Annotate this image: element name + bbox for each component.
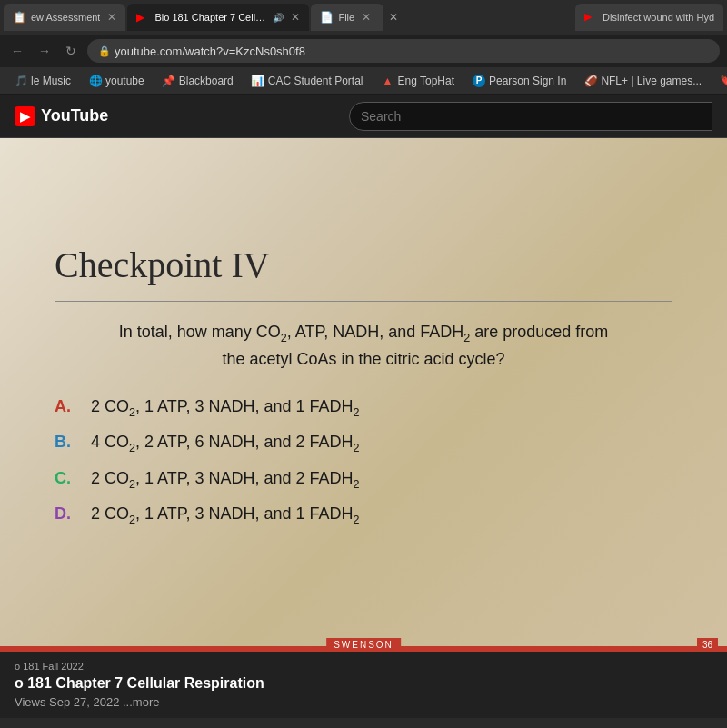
bookmark-enghat-label: Eng TopHat (397, 75, 454, 87)
bookmark-music-label: le Music (31, 75, 71, 87)
bookmark-cac-label: CAC Student Portal (268, 75, 364, 87)
enghat-icon: ▲ (381, 75, 393, 87)
option-a-text: 2 CO2, 1 ATP, 3 NADH, and 1 FADH2 (82, 397, 360, 419)
tab-assessment[interactable]: 📋 ew Assessment ✕ (4, 4, 125, 31)
youtube-search-bar (349, 102, 712, 131)
option-c: C. 2 CO2, 1 ATP, 3 NADH, and 2 FADH2 (55, 469, 672, 491)
browser-chrome: 📋 ew Assessment ✕ ▶ Bio 181 Chapter 7 Ce… (0, 0, 727, 95)
address-bar: ← → ↻ 🔒 youtube.com/watch?v=KzcNs0sh0f8 (0, 35, 727, 67)
blackboard-icon: 📌 (163, 75, 175, 87)
bookmark-nfl-label: NFL+ | Live games... (601, 75, 702, 87)
option-d: D. 2 CO2, 1 ATP, 3 NADH, and 1 FADH2 (55, 504, 672, 526)
tab-assessment-title: ew Assessment (31, 12, 100, 23)
bookmarks-bar: 🎵 le Music 🌐 youtube 📌 Blackboard 📊 CAC … (0, 67, 727, 95)
nfl-icon: 🏈 (584, 75, 597, 87)
bookmark-nfl[interactable]: 🏈 NFL+ | Live games... (577, 72, 709, 90)
tab-bio[interactable]: ▶ Bio 181 Chapter 7 Cellular R 🔊 ✕ (127, 4, 309, 31)
bookmark-cac[interactable]: 📊 CAC Student Portal (244, 72, 371, 90)
tab-bar: 📋 ew Assessment ✕ ▶ Bio 181 Chapter 7 Ce… (0, 0, 727, 35)
back-button[interactable]: ← (7, 42, 27, 60)
checkpoint-divider (55, 301, 672, 302)
tab-bio-close[interactable]: ✕ (291, 11, 300, 24)
video-title: o 181 Chapter 7 Cellular Respiration (15, 675, 712, 692)
slide-bottom-bar: SWENSON 36 (0, 646, 727, 652)
youtube-header: ▶ YouTube (0, 95, 727, 138)
checkpoint-title: Checkpoint IV (55, 244, 672, 286)
search-input[interactable] (349, 102, 712, 131)
option-b-text: 4 CO2, 2 ATP, 6 NADH, and 2 FADH2 (82, 433, 360, 454)
youtube-logo-icon: ▶ (15, 106, 35, 126)
lock-icon: 🔒 (98, 45, 111, 57)
reload-button[interactable]: ↻ (62, 42, 80, 60)
slide-watermark: SWENSON (326, 638, 401, 652)
address-text: youtube.com/watch?v=KzcNs0sh0f8 (115, 45, 305, 58)
file-favicon: 📄 (320, 11, 333, 24)
bookmark-youtube[interactable]: 🌐 youtube (82, 72, 152, 90)
option-a-letter: A. (55, 397, 82, 416)
tab-disinfect[interactable]: ▶ Disinfect wound with Hyd (575, 4, 723, 31)
bookmark-youtube-label: youtube (105, 75, 144, 87)
tab-file-close[interactable]: ✕ (362, 11, 371, 24)
address-field[interactable]: 🔒 youtube.com/watch?v=KzcNs0sh0f8 (87, 39, 720, 63)
disinfect-favicon: ▶ (584, 11, 597, 24)
music-icon: 🎵 (15, 75, 27, 87)
tab-disinfect-title: Disinfect wound with Hyd (603, 12, 714, 23)
slide-area: Checkpoint IV In total, how many CO2, AT… (0, 138, 727, 646)
option-a: A. 2 CO2, 1 ATP, 3 NADH, and 1 FADH2 (55, 397, 672, 419)
bookmark-music[interactable]: 🎵 le Music (7, 72, 78, 90)
option-c-letter: C. (55, 469, 82, 488)
assessment-favicon: 📋 (13, 11, 25, 24)
speaker-icon: 🔊 (273, 13, 284, 23)
youtube-logo[interactable]: ▶ YouTube (15, 106, 108, 126)
bio-favicon: ▶ (136, 11, 149, 24)
option-c-text: 2 CO2, 1 ATP, 3 NADH, and 2 FADH2 (82, 469, 360, 491)
video-meta: o 181 Fall 2022 (15, 661, 712, 672)
res-icon: 🔖 (720, 75, 727, 87)
bookmark-blackboard[interactable]: 📌 Blackboard (155, 72, 241, 90)
slide-page-number: 36 (697, 638, 718, 652)
bookmark-enghat[interactable]: ▲ Eng TopHat (373, 72, 462, 90)
tab-file[interactable]: 📄 File ✕ (311, 4, 383, 31)
forward-button[interactable]: → (35, 42, 55, 60)
bookmark-blackboard-label: Blackboard (179, 75, 234, 87)
option-b: B. 4 CO2, 2 ATP, 6 NADH, and 2 FADH2 (55, 433, 672, 454)
pearson-icon: P (473, 75, 485, 87)
video-views: Views Sep 27, 2022 ...more (15, 695, 712, 709)
youtube-globe-icon: 🌐 (89, 75, 102, 87)
option-b-letter: B. (55, 433, 82, 452)
cac-icon: 📊 (252, 75, 264, 87)
bookmark-pearson-label: Pearson Sign In (489, 75, 566, 87)
tab-assessment-close[interactable]: ✕ (107, 11, 116, 24)
option-d-text: 2 CO2, 1 ATP, 3 NADH, and 1 FADH2 (82, 504, 360, 526)
tab-file-x[interactable]: ✕ (389, 11, 398, 24)
youtube-logo-text: YouTube (41, 106, 108, 125)
option-d-letter: D. (55, 504, 82, 524)
video-info: o 181 Fall 2022 o 181 Chapter 7 Cellular… (0, 652, 727, 718)
slide-content: Checkpoint IV In total, how many CO2, AT… (55, 244, 672, 541)
tab-file-title: File (338, 12, 354, 23)
bookmark-res[interactable]: 🔖 1 res (712, 72, 727, 90)
bookmark-pearson[interactable]: P Pearson Sign In (465, 72, 573, 90)
tab-bio-title: Bio 181 Chapter 7 Cellular R (154, 12, 267, 23)
question-text: In total, how many CO2, ATP, NADH, and F… (55, 320, 672, 371)
